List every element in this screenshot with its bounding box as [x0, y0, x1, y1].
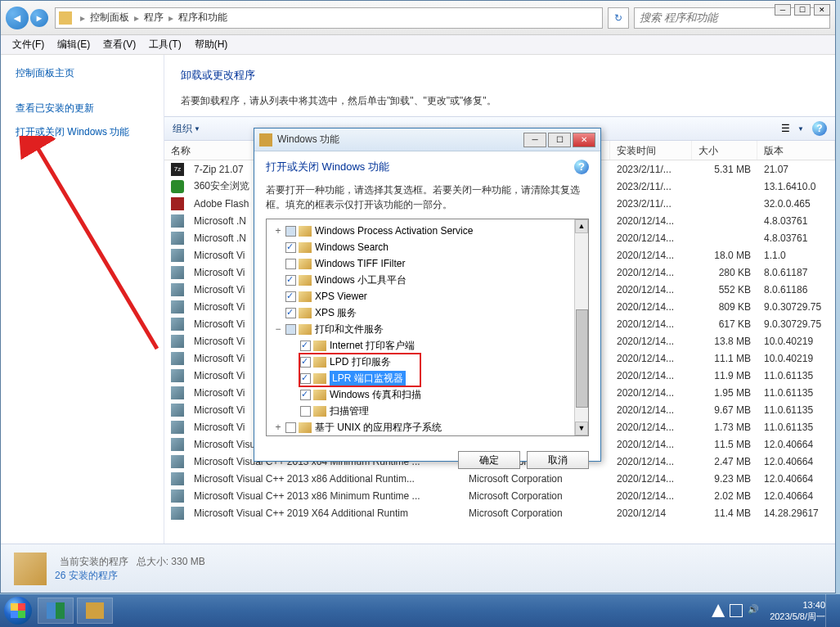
- close-button[interactable]: ✕: [814, 4, 830, 16]
- feature-item[interactable]: Windows Search: [268, 239, 586, 255]
- content-heading: 卸载或更改程序: [181, 68, 819, 83]
- feature-item[interactable]: −打印和文件服务: [268, 321, 586, 337]
- dialog-close[interactable]: ✕: [573, 133, 595, 147]
- taskbar-item[interactable]: [38, 598, 74, 624]
- program-icon: [171, 197, 184, 210]
- help-icon[interactable]: ?: [812, 121, 827, 136]
- dialog-help-icon[interactable]: ?: [574, 160, 589, 174]
- program-size: [692, 183, 757, 190]
- menu-view[interactable]: 查看(V): [97, 36, 142, 53]
- program-version: 12.0.40664: [757, 487, 835, 505]
- organize-button[interactable]: 组织: [173, 122, 192, 136]
- program-date: 2020/12/14...: [610, 435, 692, 453]
- feature-checkbox[interactable]: [285, 275, 296, 286]
- folder-icon: [313, 341, 326, 351]
- menu-edit[interactable]: 编辑(E): [51, 36, 97, 53]
- scroll-thumb[interactable]: [576, 309, 588, 408]
- feature-item[interactable]: LPD 打印服务: [268, 354, 586, 370]
- feature-checkbox[interactable]: [285, 226, 296, 237]
- cancel-button[interactable]: 取消: [527, 451, 589, 469]
- program-date: 2020/12/14...: [610, 384, 692, 402]
- view-button[interactable]: ☰: [778, 121, 793, 136]
- feature-checkbox[interactable]: [285, 291, 296, 302]
- feature-item[interactable]: XPS 服务: [268, 304, 586, 321]
- dialog-minimize[interactable]: ─: [523, 133, 546, 147]
- scroll-up[interactable]: ▲: [575, 219, 588, 233]
- program-publisher: Microsoft Corporation: [462, 504, 610, 522]
- feature-item[interactable]: +基于 UNIX 的应用程序子系统: [268, 419, 586, 435]
- action-center-icon[interactable]: [730, 604, 743, 617]
- expand-icon[interactable]: +: [273, 422, 283, 433]
- scroll-down[interactable]: ▼: [575, 422, 588, 435]
- minimize-button[interactable]: ─: [775, 4, 791, 16]
- dialog-titlebar[interactable]: Windows 功能 ─ ☐ ✕: [254, 129, 600, 151]
- forward-button[interactable]: ►: [30, 9, 48, 27]
- dialog-heading: 打开或关闭 Windows 功能: [266, 160, 389, 174]
- feature-checkbox[interactable]: [300, 357, 311, 368]
- col-date[interactable]: 安装时间: [610, 141, 692, 160]
- show-desktop[interactable]: [825, 594, 833, 627]
- menu-tools[interactable]: 工具(T): [142, 36, 187, 53]
- system-tray: 🔊 13:40 2023/5/8/周一: [709, 594, 840, 627]
- menu-file[interactable]: 文件(F): [6, 36, 51, 53]
- feature-item[interactable]: Internet 打印客户端: [268, 337, 586, 354]
- folder-icon: [299, 242, 312, 253]
- expand-icon[interactable]: −: [273, 323, 283, 335]
- feature-checkbox[interactable]: [285, 324, 296, 335]
- menu-bar: 文件(F) 编辑(E) 查看(V) 工具(T) 帮助(H): [1, 35, 835, 55]
- feature-checkbox[interactable]: [300, 390, 311, 400]
- col-version[interactable]: 版本: [757, 141, 835, 160]
- program-icon: [171, 489, 184, 503]
- clock[interactable]: 13:40 2023/5/8/周一: [770, 599, 825, 623]
- volume-icon[interactable]: 🔊: [748, 604, 761, 617]
- dialog-maximize[interactable]: ☐: [548, 133, 571, 147]
- sidebar-link-features[interactable]: 打开或关闭 Windows 功能: [16, 120, 149, 144]
- menu-help[interactable]: 帮助(H): [188, 36, 235, 53]
- feature-item[interactable]: Windows 小工具平台: [268, 272, 586, 288]
- sidebar-title[interactable]: 控制面板主页: [16, 66, 149, 87]
- content-description: 若要卸载程序，请从列表中将其选中，然后单击"卸载"、"更改"或"修复"。: [181, 94, 819, 108]
- program-row[interactable]: Microsoft Visual C++ 2013 x86 Minimum Ru…: [164, 487, 835, 504]
- feature-item[interactable]: XPS Viewer: [268, 288, 586, 304]
- maximize-button[interactable]: ☐: [794, 4, 811, 16]
- feature-checkbox[interactable]: [285, 242, 296, 253]
- tray-icon[interactable]: [712, 604, 725, 617]
- program-version: 10.0.40219: [757, 332, 835, 350]
- program-version: 11.0.61135: [757, 384, 835, 402]
- organize-dropdown-icon[interactable]: ▼: [194, 125, 200, 133]
- program-date: 2020/12/14...: [610, 401, 692, 419]
- feature-item[interactable]: Windows 传真和扫描: [268, 386, 586, 403]
- feature-checkbox[interactable]: [300, 341, 311, 351]
- program-size: 1.95 MB: [692, 384, 757, 402]
- feature-checkbox[interactable]: [285, 259, 296, 269]
- program-date: 2020/12/14...: [610, 315, 692, 333]
- feature-label: Windows Process Activation Service: [315, 225, 473, 237]
- refresh-button[interactable]: ↻: [608, 7, 629, 29]
- sidebar-link-updates[interactable]: 查看已安装的更新: [16, 97, 149, 120]
- breadcrumb-part[interactable]: 程序: [142, 11, 165, 25]
- feature-checkbox[interactable]: [300, 373, 311, 384]
- ok-button[interactable]: 确定: [458, 451, 520, 469]
- tree-scrollbar[interactable]: ▲ ▼: [574, 219, 588, 435]
- taskbar-item[interactable]: [77, 598, 113, 624]
- program-date: 2020/12/14...: [610, 246, 692, 264]
- feature-checkbox[interactable]: [285, 308, 296, 318]
- feature-checkbox[interactable]: [300, 406, 311, 417]
- start-button[interactable]: [0, 594, 36, 627]
- feature-checkbox[interactable]: [285, 422, 296, 433]
- col-size[interactable]: 大小: [692, 141, 757, 160]
- feature-item[interactable]: +Windows Process Activation Service: [268, 223, 586, 239]
- feature-item[interactable]: 扫描管理: [268, 403, 586, 419]
- program-icon: [171, 232, 184, 245]
- program-size: [692, 218, 757, 224]
- breadcrumb-part[interactable]: 程序和功能: [177, 11, 229, 25]
- program-row[interactable]: Microsoft Visual C++ 2019 X64 Additional…: [164, 504, 835, 521]
- breadcrumb[interactable]: ▸ 控制面板 ▸ 程序 ▸ 程序和功能: [55, 7, 603, 29]
- feature-item[interactable]: Windows TIFF IFilter: [268, 255, 586, 272]
- back-button[interactable]: ◄: [6, 7, 29, 29]
- breadcrumb-part[interactable]: 控制面板: [88, 11, 131, 25]
- feature-item[interactable]: LPR 端口监视器: [268, 370, 586, 386]
- programs-icon: [14, 553, 47, 585]
- program-version: 12.0.40664: [757, 453, 835, 471]
- expand-icon[interactable]: +: [273, 225, 283, 237]
